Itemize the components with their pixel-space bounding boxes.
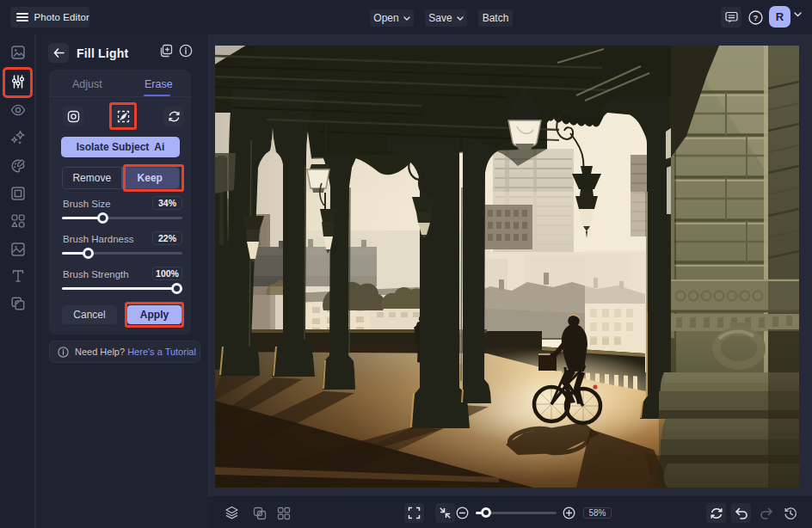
svg-text:?: ? [753,13,758,22]
